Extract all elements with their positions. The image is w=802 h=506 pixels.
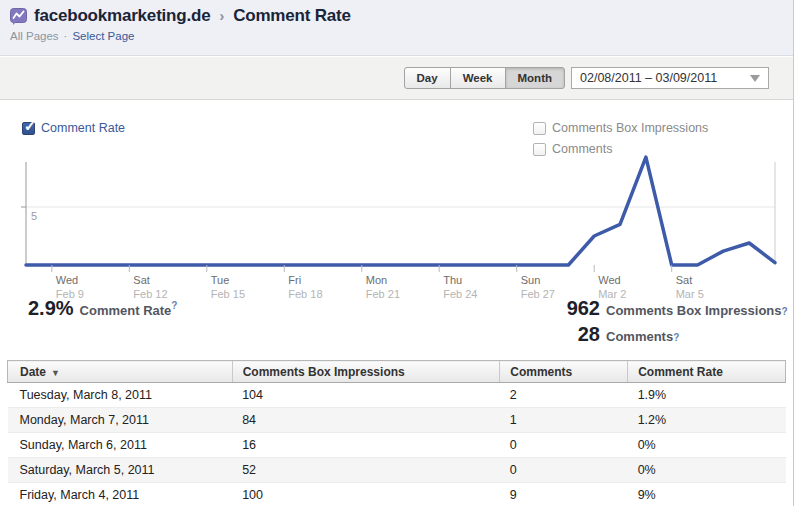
stat-value: 962 [440,297,600,320]
svg-text:Feb 15: Feb 15 [211,288,245,300]
stat-label: Comments [606,329,673,344]
checked-checkbox-icon[interactable] [22,122,35,135]
stat-label: Comments Box Impressions [606,303,782,318]
page-title: facebookmarketing.de [34,6,210,26]
cell-date: Tuesday, March 8, 2011 [8,383,233,408]
cell-date: Monday, March 7, 2011 [8,408,233,433]
table-header-row: Date▼ Comments Box Impressions Comments … [8,361,786,383]
cell-date: Sunday, March 6, 2011 [8,433,233,458]
page-header: facebookmarketing.de › Comment Rate All … [0,0,793,56]
range-segmented-control: Day Week Month [404,67,565,89]
cell-rate: 0% [628,458,786,483]
cell-comments: 0 [500,433,628,458]
cell-rate: 1.2% [628,408,786,433]
cell-rate: 0% [628,433,786,458]
cell-impressions: 84 [232,408,500,433]
column-header-date[interactable]: Date▼ [8,361,233,383]
insights-chart-icon [10,8,27,25]
toolbar: Day Week Month 02/08/2011 – 03/09/2011 [0,57,793,100]
cell-comments: 0 [500,458,628,483]
legend-label: Comments [552,142,612,156]
column-header-impressions[interactable]: Comments Box Impressions [232,361,500,383]
help-icon[interactable]: ? [673,332,679,343]
cell-rate: 1.9% [628,383,786,408]
stats-secondary: 962Comments Box Impressions? 28Comments? [440,297,788,349]
date-range-dropdown[interactable]: 02/08/2011 – 03/09/2011 [571,67,769,89]
cell-comments: 9 [500,483,628,506]
unchecked-checkbox-icon[interactable] [533,143,546,156]
svg-text:Thu: Thu [443,274,462,286]
svg-text:Sat: Sat [133,274,150,286]
svg-text:Fri: Fri [288,274,301,286]
table-body: Tuesday, March 8, 201110421.9%Monday, Ma… [8,383,786,506]
stat-comments-box-impressions: 962Comments Box Impressions? [440,297,788,320]
cell-impressions: 100 [232,483,500,506]
cell-impressions: 52 [232,458,500,483]
svg-text:Feb 21: Feb 21 [366,288,400,300]
stat-label: Comment Rate [80,303,172,318]
help-icon[interactable]: ? [171,300,177,311]
svg-text:Feb 18: Feb 18 [288,288,322,300]
svg-text:Sat: Sat [676,274,693,286]
cell-impressions: 104 [232,383,500,408]
column-header-comments[interactable]: Comments [500,361,628,383]
column-header-rate[interactable]: Comment Rate [628,361,786,383]
stat-value: 2.9% [28,297,74,319]
table-row: Tuesday, March 8, 201110421.9% [8,383,786,408]
help-icon[interactable]: ? [782,306,788,317]
legend-item-comment-rate[interactable]: Comment Rate [22,121,125,135]
day-button[interactable]: Day [404,67,451,89]
sort-descending-icon: ▼ [51,368,60,378]
select-page-link[interactable]: Select Page [72,30,134,42]
subnav-separator: · [64,30,68,42]
cell-rate: 9% [628,483,786,506]
month-button[interactable]: Month [505,67,565,89]
date-range-value: 02/08/2011 – 03/09/2011 [580,71,717,85]
cell-date: Friday, March 4, 2011 [8,483,233,506]
cell-comments: 2 [500,383,628,408]
svg-text:Wed: Wed [598,274,620,286]
unchecked-checkbox-icon[interactable] [533,122,546,135]
breadcrumb: facebookmarketing.de › Comment Rate [10,6,351,26]
svg-text:Wed: Wed [56,274,78,286]
table-row: Monday, March 7, 20118411.2% [8,408,786,433]
legend-item-comments[interactable]: Comments [533,142,708,156]
svg-text:5: 5 [31,210,37,222]
cell-date: Saturday, March 5, 2011 [8,458,233,483]
comment-rate-line-chart: 5WedFeb 9SatFeb 12TueFeb 15FriFeb 18MonF… [0,157,794,307]
table-row: Friday, March 4, 201110099% [8,483,786,506]
column-label: Date [20,365,46,379]
cell-impressions: 16 [232,433,500,458]
insights-page: facebookmarketing.de › Comment Rate All … [0,0,794,506]
table-row: Sunday, March 6, 20111600% [8,433,786,458]
stat-comment-rate: 2.9%Comment Rate? [28,297,177,320]
cell-comments: 1 [500,408,628,433]
section-title: Comment Rate [233,6,351,26]
week-button[interactable]: Week [450,67,506,89]
stat-value: 28 [440,323,600,346]
svg-text:Sun: Sun [521,274,541,286]
legend-label: Comments Box Impressions [552,121,708,135]
svg-text:Mon: Mon [366,274,387,286]
svg-text:Tue: Tue [211,274,230,286]
daily-metrics-table: Date▼ Comments Box Impressions Comments … [7,360,786,506]
stat-comments: 28Comments? [440,323,788,346]
chevron-down-icon [750,75,760,82]
legend-item-comments-box-impressions[interactable]: Comments Box Impressions [533,121,708,135]
range-controls: Day Week Month 02/08/2011 – 03/09/2011 [404,67,769,89]
legend-label: Comment Rate [41,121,125,135]
all-pages-label: All Pages [10,30,59,42]
table-row: Saturday, March 5, 20115200% [8,458,786,483]
breadcrumb-chevron-icon: › [217,8,226,24]
page-subnav: All Pages · Select Page [10,30,134,42]
